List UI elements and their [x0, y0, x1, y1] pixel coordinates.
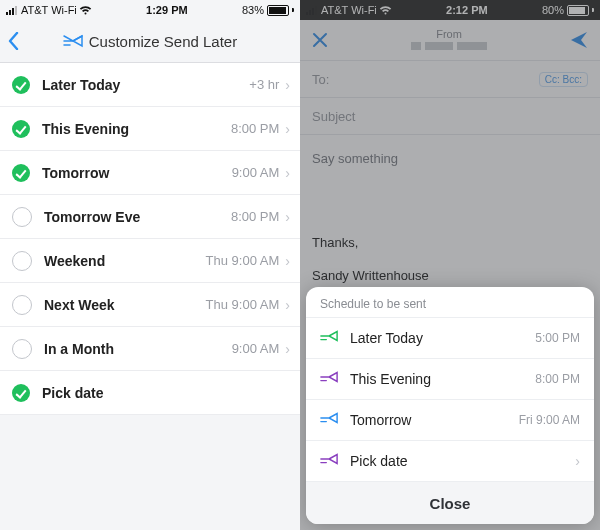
schedule-later-today[interactable]: Later Today 5:00 PM	[306, 317, 594, 358]
chevron-right-icon: ›	[285, 77, 290, 93]
chevron-right-icon: ›	[285, 121, 290, 137]
schedule-this-evening[interactable]: This Evening 8:00 PM	[306, 358, 594, 399]
option-pick-date[interactable]: Pick date ›	[0, 371, 300, 415]
checkmark-icon	[12, 384, 30, 402]
checkmark-icon	[12, 164, 30, 182]
status-bar: AT&T Wi-Fi 1:29 PM 83%	[0, 0, 300, 20]
option-later-today[interactable]: Later Today +3 hr ›	[0, 63, 300, 107]
option-next-week[interactable]: Next Week Thu 9:00 AM ›	[0, 283, 300, 327]
close-sheet-button[interactable]: Close	[306, 481, 594, 524]
option-weekend[interactable]: Weekend Thu 9:00 AM ›	[0, 239, 300, 283]
page-title: Customize Send Later	[63, 33, 237, 50]
circle-icon	[12, 339, 32, 359]
send-later-icon	[320, 411, 338, 429]
battery-indicator: 83%	[242, 4, 294, 16]
send-later-icon	[320, 329, 338, 347]
back-button[interactable]	[8, 32, 20, 50]
phone-left: AT&T Wi-Fi 1:29 PM 83% Customize Send La…	[0, 0, 300, 530]
checkmark-icon	[12, 76, 30, 94]
chevron-right-icon: ›	[285, 165, 290, 181]
phone-right: AT&T Wi-Fi 2:12 PM 80% From	[300, 0, 600, 530]
circle-icon	[12, 251, 32, 271]
circle-icon	[12, 295, 32, 315]
carrier-label: AT&T Wi-Fi	[21, 4, 77, 16]
chevron-right-icon: ›	[285, 297, 290, 313]
option-tomorrow-eve[interactable]: Tomorrow Eve 8:00 PM ›	[0, 195, 300, 239]
signal-icon	[6, 6, 17, 15]
schedule-tomorrow[interactable]: Tomorrow Fri 9:00 AM	[306, 399, 594, 440]
wifi-icon	[79, 6, 92, 15]
option-tomorrow[interactable]: Tomorrow 9:00 AM ›	[0, 151, 300, 195]
status-time: 1:29 PM	[92, 4, 242, 16]
chevron-right-icon: ›	[575, 453, 580, 469]
schedule-sheet: Schedule to be sent Later Today 5:00 PM …	[306, 287, 594, 524]
send-later-icon	[63, 34, 83, 48]
option-this-evening[interactable]: This Evening 8:00 PM ›	[0, 107, 300, 151]
circle-icon	[12, 207, 32, 227]
sheet-header: Schedule to be sent	[306, 287, 594, 317]
send-later-icon	[320, 452, 338, 470]
chevron-right-icon: ›	[285, 341, 290, 357]
send-later-icon	[320, 370, 338, 388]
options-list: Later Today +3 hr › This Evening 8:00 PM…	[0, 63, 300, 415]
schedule-pick-date[interactable]: Pick date ›	[306, 440, 594, 481]
checkmark-icon	[12, 120, 30, 138]
chevron-right-icon: ›	[285, 209, 290, 225]
option-in-a-month[interactable]: In a Month 9:00 AM ›	[0, 327, 300, 371]
chevron-right-icon: ›	[285, 253, 290, 269]
nav-bar: Customize Send Later	[0, 20, 300, 63]
